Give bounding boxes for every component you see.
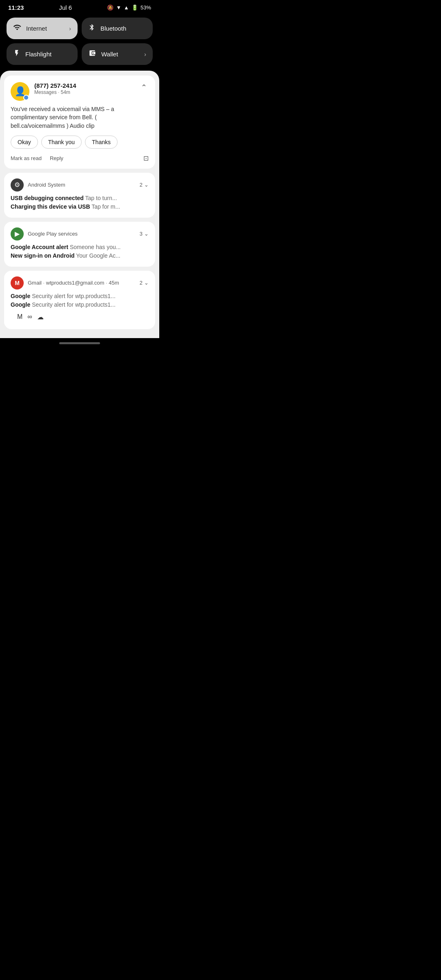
google-play-app: Google Play services [28,231,136,237]
quick-replies: Okay Thank you Thanks [11,136,149,149]
wallet-tile-icon [88,49,96,59]
google-play-notification: ▶ Google Play services 3 ⌄ Google Accoun… [4,222,155,267]
flashlight-tile-label: Flashlight [25,51,51,58]
message-sender: (877) 257-2414 [34,82,134,89]
wifi-icon: ▼ [116,4,121,11]
message-notif-header: 👤 (877) 257-2414 Messages · 54m ⌃ [11,82,149,101]
bluetooth-tile-label: Bluetooth [100,25,126,32]
status-icons: 🔕 ▼ ▲ 🔋 53% [107,4,151,11]
battery-icon: 🔋 [131,4,138,11]
gmail-app: Gmail · wtproducts1@gmail.com · 45m [28,280,136,286]
voicemail-icon[interactable]: ∞ [27,313,32,321]
reply-okay[interactable]: Okay [11,136,38,149]
flashlight-tile[interactable]: Flashlight [7,43,78,65]
message-app-time: Messages · 54m [34,89,134,95]
wallet-tile-label: Wallet [101,51,118,58]
home-indicator [0,338,159,347]
bluetooth-tile[interactable]: Bluetooth [82,18,153,39]
internet-tile-arrow: › [69,25,71,32]
android-chevron-icon: ⌄ [144,182,149,188]
wifi-tile-icon [13,23,21,33]
wallet-tile[interactable]: Wallet › [82,43,153,65]
gmail-row-1[interactable]: Google Security alert for wtp.products1.… [11,293,149,299]
google-play-chevron-icon: ⌄ [144,231,149,237]
status-date: Jul 6 [59,4,72,11]
message-app: Messages [34,89,57,95]
google-play-row-2[interactable]: New sign-in on Android Your Google Ac... [11,252,149,259]
bluetooth-tile-icon [88,23,96,33]
collapse-button[interactable]: ⌃ [139,82,149,93]
gmail-bottom-bar: M ∞ ☁ [11,310,149,323]
notifications-panel: 👤 (877) 257-2414 Messages · 54m ⌃ You've… [0,71,159,338]
message-body: You've received a voicemail via MMS – a … [11,105,149,130]
android-system-row-2[interactable]: Charging this device via USB Tap for m..… [11,203,149,210]
battery-percent: 53% [140,4,151,11]
avatar-badge [23,95,29,100]
mark-as-read-button[interactable]: Mark as read [11,155,42,161]
android-system-app: Android System [28,182,136,188]
android-system-row-1[interactable]: USB debugging connected Tap to turn... [11,195,149,201]
status-bar: 11:23 Jul 6 🔕 ▼ ▲ 🔋 53% [0,0,159,13]
android-system-header: ⚙ Android System 2 ⌄ [11,178,149,192]
google-play-header: ▶ Google Play services 3 ⌄ [11,227,149,241]
internet-tile[interactable]: Internet › [7,18,78,39]
google-play-icon: ▶ [11,227,24,241]
android-system-count[interactable]: 2 ⌄ [140,182,149,188]
signal-icon: ▲ [124,4,129,11]
message-notification: 👤 (877) 257-2414 Messages · 54m ⌃ You've… [4,76,155,169]
home-bar[interactable] [59,342,100,344]
status-time: 11:23 [8,4,24,11]
gmail-bottom-icon[interactable]: M [17,313,22,321]
message-time: 54m [61,89,70,95]
google-play-row-1[interactable]: Google Account alert Someone has you... [11,244,149,250]
message-notif-meta: (877) 257-2414 Messages · 54m [34,82,134,95]
expand-icon[interactable]: ⊡ [143,154,149,162]
gmail-count[interactable]: 2 ⌄ [140,280,149,286]
mute-icon: 🔕 [107,4,114,11]
reply-thank-you[interactable]: Thank you [41,136,82,149]
quick-tiles-grid: Internet › Bluetooth Flashlight Wallet › [0,13,159,71]
gmail-row-2[interactable]: Google Security alert for wtp.products1.… [11,301,149,308]
cloud-icon[interactable]: ☁ [37,313,44,321]
reply-button[interactable]: Reply [50,155,63,161]
flashlight-tile-icon [13,49,20,59]
sender-avatar: 👤 [11,82,29,101]
google-play-count[interactable]: 3 ⌄ [140,231,149,237]
wallet-tile-arrow: › [144,51,146,58]
internet-tile-label: Internet [26,25,47,32]
message-actions: Mark as read Reply ⊡ [11,154,149,162]
android-system-icon: ⚙ [11,178,24,192]
gmail-chevron-icon: ⌄ [144,280,149,286]
android-system-notification: ⚙ Android System 2 ⌄ USB debugging conne… [4,173,155,218]
gmail-icon: M [11,276,24,290]
gmail-header: M Gmail · wtproducts1@gmail.com · 45m 2 … [11,276,149,290]
reply-thanks[interactable]: Thanks [85,136,118,149]
gmail-notification: M Gmail · wtproducts1@gmail.com · 45m 2 … [4,271,155,329]
